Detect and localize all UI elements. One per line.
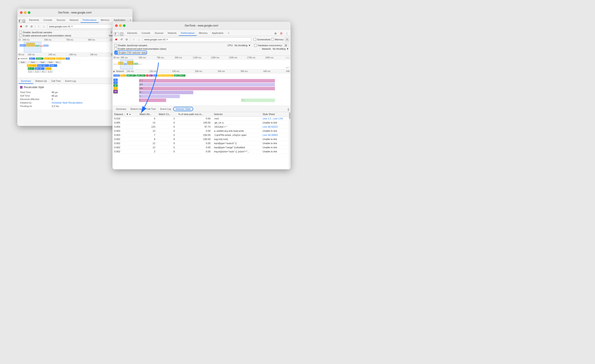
paint-cb-back[interactable] — [19, 34, 22, 37]
tab-console-back[interactable]: Console — [41, 18, 54, 23]
col-match-co[interactable]: Match Co... — [157, 112, 177, 117]
disable-js-cb-back[interactable] — [19, 31, 22, 34]
maximize-button[interactable] — [28, 11, 30, 14]
cell-pct: 100.00 — [177, 137, 212, 141]
device-toggle-front[interactable] — [120, 32, 124, 36]
tab-console-front[interactable]: Console — [139, 31, 152, 36]
traffic-lights-front[interactable] — [115, 24, 126, 27]
close-button[interactable] — [20, 11, 23, 14]
tab-elements-front[interactable]: Elements — [125, 31, 139, 36]
device-toggle[interactable] — [23, 19, 25, 23]
tab-network-back[interactable]: Network — [68, 18, 81, 23]
memory-cb-front[interactable] — [271, 38, 274, 41]
tab-network-front[interactable]: Network — [166, 31, 179, 36]
tab-eventlog-front[interactable]: Event Log — [158, 107, 173, 112]
tab-sources-front[interactable]: Sources — [152, 31, 165, 36]
maximize-btn-front[interactable] — [123, 24, 126, 27]
cell-stylesheet[interactable]: Unable to link — [261, 145, 290, 150]
refresh-btn[interactable]: ↺ — [24, 24, 29, 29]
record-btn-front[interactable]: ⏺ — [114, 37, 119, 42]
url-bar-back[interactable]: www.google.com #1 ▼ — [48, 24, 114, 29]
screenshots-label-front[interactable]: Screenshots — [257, 38, 270, 41]
css-selector-cb[interactable] — [115, 51, 118, 54]
gear-red-icon[interactable]: ⚙ — [279, 31, 283, 36]
disable-js-label-back[interactable]: Disable JavaScript samples — [19, 31, 52, 34]
clear-btn[interactable]: ⊘ — [29, 24, 34, 29]
download-btn[interactable]: ↓ — [42, 24, 46, 29]
memory-label-front[interactable]: Memory — [275, 38, 283, 41]
tab-performance-front[interactable]: Performance — [179, 31, 197, 36]
cell-stylesheet[interactable]: Unable to link — [261, 129, 290, 133]
cell-match-co: 0 — [157, 150, 177, 154]
minimize-btn-front[interactable] — [119, 24, 122, 27]
cell-stylesheet[interactable]: Line 58:42522 — [261, 125, 290, 129]
cell-match-att: 8 — [138, 137, 157, 141]
tab-sources-back[interactable]: Sources — [54, 18, 67, 23]
scrollbar-h[interactable] — [288, 107, 289, 112]
options-bar-front: Disable JavaScript samples CPU: No throt… — [113, 43, 290, 56]
col-pct[interactable]: % of slow-path non-m... — [177, 112, 212, 117]
tab-more-front[interactable]: » — [226, 31, 231, 36]
cell-stylesheet[interactable]: Unable to link — [261, 121, 290, 125]
scrollbar-thumb-v — [289, 112, 290, 119]
cell-stylesheet[interactable]: Unable to link — [261, 141, 290, 145]
tab-performance-back[interactable]: Performance — [81, 18, 99, 23]
upload-btn[interactable]: ↑ — [36, 24, 41, 29]
total-time-key: Total Time — [20, 91, 48, 94]
cell-stylesheet[interactable]: Unable to link — [261, 150, 290, 154]
paint-label-front[interactable]: Enable advanced paint instrumentation (s… — [114, 47, 166, 50]
disable-js-cb-front[interactable] — [114, 44, 117, 47]
cell-stylesheet[interactable]: Line 58:39963 — [261, 133, 290, 137]
tab-memory-back[interactable]: Memory — [99, 18, 112, 23]
tab-selector-stats-front[interactable]: Selector Stats — [173, 107, 193, 111]
tab-application-front[interactable]: Application — [210, 31, 226, 36]
screenshots-cb-front[interactable] — [253, 38, 256, 41]
table-row: 0.005130100.00.gb_Uc aUnable to link — [113, 121, 290, 125]
cell-stylesheet[interactable]: Unable to link — [261, 137, 290, 141]
css-selector-label[interactable]: Enable CSS selector stats — [115, 51, 146, 54]
concurrency-input[interactable] — [283, 44, 289, 47]
url-bar-front[interactable]: www.google.com #2 ▼ — [143, 37, 251, 42]
col-elapsed[interactable]: Elapsed ... ▼ — [113, 112, 138, 117]
tab-calltree-back[interactable]: Call Tree — [49, 79, 63, 84]
tab-memory-front[interactable]: Memory — [197, 31, 210, 36]
inspect-icon-front[interactable] — [114, 32, 119, 36]
selected-flame-bar[interactable]: H — [113, 90, 118, 93]
download-btn-front[interactable]: ↓ — [137, 37, 141, 42]
tab-summary-back[interactable]: Summary — [19, 79, 33, 84]
more-icon-front[interactable]: ⋮ — [284, 31, 289, 36]
refresh-btn-front[interactable]: ↺ — [119, 37, 124, 42]
initiated-by-link[interactable]: Schedule Style Recalculation — [52, 101, 83, 104]
hw-concurrency-cb[interactable] — [254, 44, 257, 47]
settings-icon-front[interactable]: ⚙ — [273, 31, 278, 36]
cell-stylesheet[interactable]: Line 1:1 , Line 1:54 — [261, 117, 290, 121]
cell-match-co: 8 — [157, 137, 177, 141]
col-selector[interactable]: Selector — [212, 112, 261, 117]
traffic-lights-back[interactable] — [20, 11, 30, 14]
cell-pct: 100.00 — [177, 133, 212, 137]
close-btn-front[interactable] — [115, 24, 118, 27]
scrollbar-v-table[interactable] — [289, 112, 290, 169]
disable-js-label-front[interactable]: Disable JavaScript samples — [114, 44, 147, 47]
cell-match-co: 0 — [157, 129, 177, 133]
lock-icon[interactable] — [285, 37, 289, 42]
upload-btn-front[interactable]: ↑ — [131, 37, 136, 42]
inspect-icon[interactable] — [19, 19, 22, 23]
record-btn[interactable]: ⏺ — [19, 24, 23, 29]
cell-match-att: 133 — [138, 125, 157, 129]
tab-summary-front[interactable]: Summary — [114, 107, 128, 112]
tab-bottomup-front[interactable]: Bottom-Up — [128, 107, 144, 112]
paint-cb-front[interactable] — [114, 47, 117, 50]
tab-elements-back[interactable]: Elements — [27, 18, 41, 23]
col-stylesheet[interactable]: Style Sheet — [261, 112, 290, 117]
cell-selector: img:is([sizes="auto" i], [sizes^="... — [212, 150, 261, 154]
tab-eventlog-back[interactable]: Event Log — [63, 79, 78, 84]
minimize-button[interactable] — [24, 11, 27, 14]
paint-label-back[interactable]: Enable advanced paint instrumentation (s… — [19, 34, 71, 37]
table-row: 0.004133097.74.HG1dvd > *Line 58:42522 — [113, 125, 290, 129]
tab-bottomup-back[interactable]: Bottom-Up — [33, 79, 49, 84]
sub-ruler-front: ▶ Network 146 ms 196 ms 246 ms 296 ms 34… — [113, 70, 290, 73]
col-match-att[interactable]: Match Att... — [138, 112, 157, 117]
tab-calltree-front[interactable]: Call Tree — [144, 107, 158, 112]
clear-btn-front[interactable]: ⊘ — [124, 37, 129, 42]
